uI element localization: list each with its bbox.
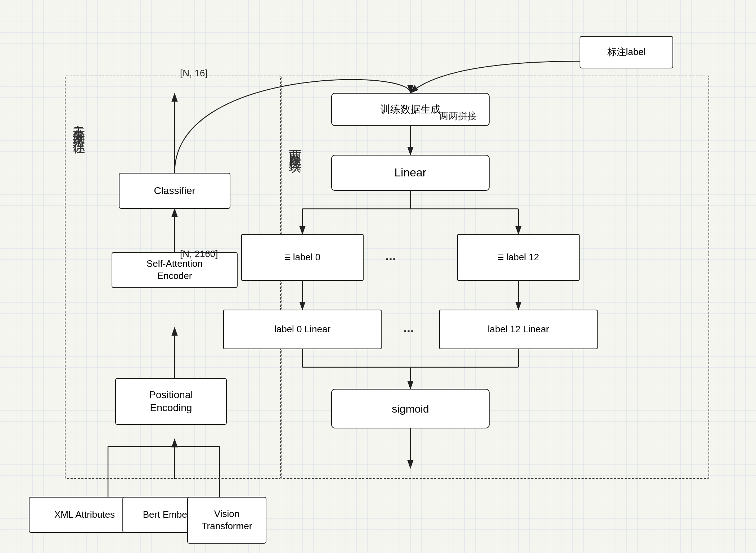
training-data-text: 训练数据生成 [380, 103, 441, 116]
liangliang-label: 两两拼接 [439, 110, 477, 122]
label12-icon: ☰ [498, 253, 504, 262]
self-attention-box: Self-Attention Encoder [112, 252, 238, 288]
annotation-label-box: 标注label [580, 36, 673, 68]
dots1: ··· [385, 252, 396, 267]
diagram-container: 主干分类网络（冻住） 两两聚类模块 [N, 16] [N, 2160] 两两拼接… [14, 14, 742, 540]
label12-text: label 12 [506, 251, 539, 264]
label12-linear-text: label 12 Linear [488, 323, 549, 336]
n16-label: [N, 16] [180, 68, 208, 79]
xml-attributes-text: XML Attributes [54, 509, 115, 521]
right-module-label: 两两聚类模块 [287, 140, 304, 153]
positional-encoding-box: Positional Encoding [115, 378, 227, 425]
label0-box: ☰ label 0 [241, 234, 364, 281]
label0-text: label 0 [293, 251, 321, 264]
label0-icon: ☰ [284, 253, 291, 262]
sigmoid-text: sigmoid [392, 402, 429, 416]
n2160-label: [N, 2160] [180, 248, 218, 260]
label12-linear-box: label 12 Linear [439, 310, 598, 349]
left-module-label: 主干分类网络（冻住） [70, 115, 87, 137]
vision-transformer-text: Vision Transformer [202, 508, 252, 532]
vision-transformer-box: Vision Transformer [187, 497, 266, 544]
classifier-box: Classifier [119, 173, 230, 209]
sigmoid-box: sigmoid [331, 389, 490, 428]
label0-linear-box: label 0 Linear [223, 310, 382, 349]
positional-encoding-text: Positional Encoding [149, 388, 193, 415]
linear-box: Linear [331, 155, 490, 191]
dots2: ··· [403, 324, 414, 339]
classifier-text: Classifier [154, 184, 195, 197]
label12-box: ☰ label 12 [457, 234, 580, 281]
annotation-label-text: 标注label [607, 46, 646, 58]
self-attention-text: Self-Attention Encoder [147, 258, 203, 282]
label0-linear-text: label 0 Linear [274, 323, 330, 336]
linear-text: Linear [395, 165, 427, 180]
